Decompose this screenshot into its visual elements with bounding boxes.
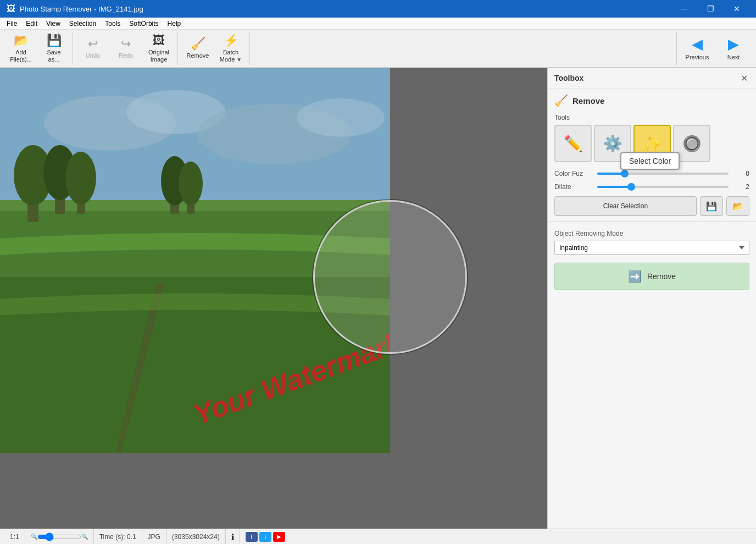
add-files-icon: 📂 <box>14 34 29 48</box>
dilate-value: 2 <box>733 183 749 191</box>
zoom-slider[interactable] <box>37 532 81 541</box>
toolbar-file-group: 📂 AddFile(s)... 💾 Saveas... <box>2 32 73 65</box>
menu-edit[interactable]: Edit <box>21 19 42 29</box>
add-files-label: AddFile(s)... <box>10 49 32 63</box>
next-icon: ▶ <box>728 36 739 53</box>
magic-select-icon: ⚙️ <box>603 135 622 153</box>
menu-tools[interactable]: Tools <box>101 19 125 29</box>
dimensions-display: (3035x3024x24) <box>166 529 226 544</box>
previous-button[interactable]: ◀ Previous <box>679 30 715 66</box>
canvas-area[interactable]: Your Watermark <box>0 68 547 529</box>
menu-view[interactable]: View <box>42 19 65 29</box>
undo-button[interactable]: ↩ Undo <box>77 32 108 64</box>
next-label: Next <box>727 54 740 61</box>
save-as-button[interactable]: 💾 Saveas... <box>38 32 69 64</box>
stamp-icon: 🔘 <box>682 135 702 153</box>
svg-point-5 <box>297 98 385 137</box>
titlebar: 🖼 Photo Stamp Remover - IMG_2141.jpg ─ ❐… <box>0 0 756 18</box>
toolbar: 📂 AddFile(s)... 💾 Saveas... ↩ Undo ↪ Red… <box>0 30 756 68</box>
dilate-thumb[interactable] <box>627 183 635 191</box>
toolbox-close-button[interactable]: ✕ <box>738 73 749 84</box>
select-color-tooltip: Select Color <box>620 152 680 170</box>
info-button[interactable]: ℹ <box>231 532 234 541</box>
object-mode-select[interactable]: Inpainting Content-Aware Fill Smart Fill <box>554 241 749 255</box>
remove-icon: 🧹 <box>191 37 205 51</box>
object-removing-mode-section: Object Removing Mode Inpainting Content-… <box>548 222 756 263</box>
color-fuz-fill <box>597 173 624 175</box>
youtube-button[interactable]: ▶ <box>273 532 285 542</box>
format-display: JPG <box>142 529 166 544</box>
remove-section-title: Remove <box>572 96 604 106</box>
remove-action-button[interactable]: ➡️ Remove <box>554 263 749 290</box>
color-fuz-thumb[interactable] <box>621 170 629 177</box>
object-mode-label: Object Removing Mode <box>554 230 749 237</box>
zoom-in-icon: 🔍 <box>81 534 88 540</box>
save-as-label: Saveas... <box>47 49 60 63</box>
remove-section-header: 🧹 Remove <box>554 94 749 107</box>
add-files-button[interactable]: 📂 AddFile(s)... <box>5 32 36 64</box>
svg-point-14 <box>65 152 96 204</box>
clear-selection-button[interactable]: Clear Selection <box>554 196 697 216</box>
close-button[interactable]: ✕ <box>724 0 749 18</box>
time-label: Time (s): <box>99 533 125 541</box>
remove-action-label: Remove <box>647 272 676 281</box>
zoom-display: 1:1 <box>4 529 25 544</box>
toolbox-title: Toolbox <box>554 74 583 82</box>
toolbar-edit-group: ↩ Undo ↪ Redo 🖼 OriginalImage <box>74 32 178 65</box>
save-selection-icon: 💾 <box>706 201 717 212</box>
zoom-value: 1:1 <box>10 533 19 541</box>
dilate-fill <box>597 186 630 188</box>
color-fuz-value: 0 <box>733 170 749 177</box>
dilate-track <box>597 186 729 188</box>
original-image-icon: 🖼 <box>153 34 165 48</box>
load-selection-button[interactable]: 📂 <box>726 196 749 216</box>
save-as-icon: 💾 <box>47 34 62 48</box>
color-fuz-label: Color Fuz <box>554 170 593 177</box>
time-display: Time (s): 0.1 <box>94 529 142 544</box>
pencil-tool-button[interactable]: ✏️ <box>554 125 592 162</box>
tools-label: Tools <box>554 114 749 121</box>
app-icon: 🖼 <box>7 4 15 14</box>
load-selection-icon: 📂 <box>732 201 743 212</box>
menu-softorbits[interactable]: SoftOrbits <box>125 19 163 29</box>
menu-file[interactable]: File <box>2 19 21 29</box>
remove-section: 🧹 Remove Tools ✏️ ⚙️ ✨ 🔘 <box>548 88 756 222</box>
pencil-icon: ✏️ <box>564 135 583 153</box>
remove-action-icon: ➡️ <box>628 270 642 283</box>
dilate-label: Dilate <box>554 183 593 191</box>
redo-label: Redo <box>119 52 133 59</box>
tool-buttons-row: ✏️ ⚙️ ✨ 🔘 Select Color <box>554 125 749 162</box>
next-button[interactable]: ▶ Next <box>715 30 752 66</box>
color-fuz-track <box>597 173 729 175</box>
menubar: File Edit View Selection Tools SoftOrbit… <box>0 18 756 30</box>
twitter-button[interactable]: t <box>259 532 271 542</box>
batch-mode-button[interactable]: ⚡ BatchMode ▼ <box>215 32 246 64</box>
social-buttons: f t ▶ <box>240 529 291 544</box>
menu-selection[interactable]: Selection <box>65 19 101 29</box>
minimize-button[interactable]: ─ <box>671 0 697 18</box>
previous-icon: ◀ <box>692 36 703 53</box>
facebook-button[interactable]: f <box>246 532 258 542</box>
toolbox-header: Toolbox ✕ <box>548 68 756 88</box>
original-image-button[interactable]: 🖼 OriginalImage <box>143 32 174 64</box>
original-image-label: OriginalImage <box>148 49 169 63</box>
remove-button[interactable]: 🧹 Remove <box>182 32 213 64</box>
landscape-image: Your Watermark <box>0 68 390 453</box>
main-content: Your Watermark Toolbox ✕ 🧹 Remove Tools … <box>0 68 756 529</box>
format-value: JPG <box>148 533 160 541</box>
menu-help[interactable]: Help <box>163 19 186 29</box>
remove-section-icon: 🧹 <box>554 94 568 107</box>
zoom-slider-container: 🔍 🔍 <box>25 529 94 544</box>
action-buttons-row: Clear Selection 💾 📂 <box>554 196 749 216</box>
redo-icon: ↪ <box>121 37 131 51</box>
svg-point-18 <box>179 162 203 206</box>
batch-mode-label: BatchMode ▼ <box>220 49 242 63</box>
save-selection-button[interactable]: 💾 <box>700 196 723 216</box>
restore-button[interactable]: ❐ <box>698 0 723 18</box>
redo-button[interactable]: ↪ Redo <box>110 32 141 64</box>
dimensions-value: (3035x3024x24) <box>172 533 220 541</box>
undo-label: Undo <box>86 52 100 59</box>
previous-label: Previous <box>686 54 709 61</box>
remove-label: Remove <box>187 52 209 59</box>
window-controls: ─ ❐ ✕ <box>671 0 749 18</box>
